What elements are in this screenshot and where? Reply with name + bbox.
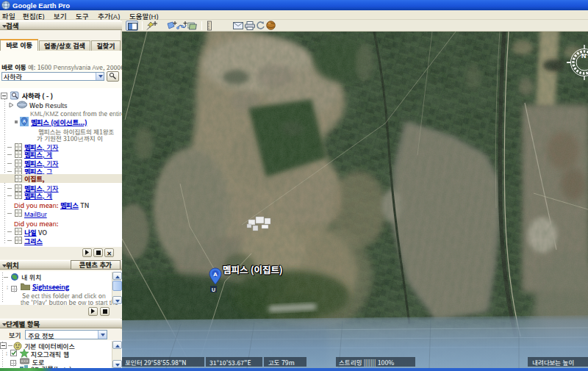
- svg-text:N: N: [581, 52, 587, 60]
- svg-text:U: U: [212, 287, 215, 292]
- svg-text:A: A: [23, 119, 26, 123]
- svg-text:A: A: [213, 271, 218, 278]
